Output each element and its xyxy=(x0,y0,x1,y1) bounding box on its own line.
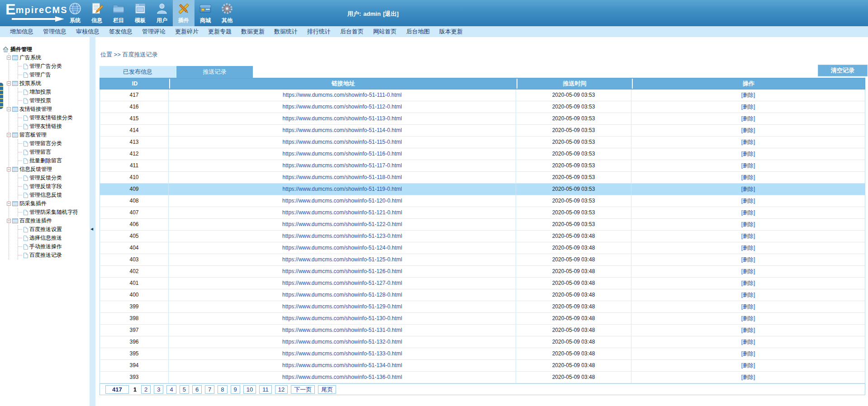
delete-link[interactable]: [删除] xyxy=(741,139,755,145)
top-nav-item-tools[interactable]: 插件 xyxy=(173,0,194,26)
tree-leaf-item[interactable]: 批量删除留言 xyxy=(18,156,90,165)
pagination-page-2[interactable]: 2 xyxy=(141,385,151,394)
record-url-link[interactable]: https://www.dumcms.com/showinfo-51-127-0… xyxy=(282,280,402,286)
top-nav-item-globe[interactable]: 系统 xyxy=(64,0,86,26)
delete-link[interactable]: [删除] xyxy=(741,339,755,345)
top-nav-item-card[interactable]: 商城 xyxy=(194,0,216,26)
tree-leaf-item[interactable]: 管理友情链接分类 xyxy=(18,113,90,122)
record-url-link[interactable]: https://www.dumcms.com/showinfo-51-124-0… xyxy=(282,245,402,251)
tab-push-records[interactable]: 推送记录 xyxy=(176,66,253,78)
delete-link[interactable]: [删除] xyxy=(741,221,755,227)
collapse-expander-icon[interactable]: − xyxy=(7,56,11,60)
delete-link[interactable]: [删除] xyxy=(741,292,755,298)
delete-link[interactable]: [删除] xyxy=(741,162,755,169)
tree-group-6[interactable]: −防采集插件 xyxy=(7,199,90,208)
pagination-last-button[interactable]: 尾页 xyxy=(318,385,336,394)
subnav-link-3[interactable]: 审核信息 xyxy=(76,28,100,36)
delete-link[interactable]: [删除] xyxy=(741,256,755,263)
delete-link[interactable]: [删除] xyxy=(741,233,755,239)
tree-leaf-item[interactable]: 选择信息推送 xyxy=(18,234,90,242)
delete-link[interactable]: [删除] xyxy=(741,374,755,380)
tree-leaf-item[interactable]: 百度推送设置 xyxy=(18,225,90,234)
tree-leaf-item[interactable]: 管理广告分类 xyxy=(18,62,90,71)
tree-leaf-item[interactable]: 增加投票 xyxy=(18,88,90,96)
delete-link[interactable]: [删除] xyxy=(741,186,755,192)
subnav-link-1[interactable]: 增加信息 xyxy=(10,28,33,36)
delete-link[interactable]: [删除] xyxy=(741,127,755,133)
delete-link[interactable]: [删除] xyxy=(741,315,755,321)
tree-leaf-item[interactable]: 管理信息反馈 xyxy=(18,191,90,199)
top-nav-item-folder[interactable]: 栏目 xyxy=(108,0,129,26)
record-url-link[interactable]: https://www.dumcms.com/showinfo-51-125-0… xyxy=(282,256,402,263)
top-nav-item-user[interactable]: 用户 xyxy=(151,0,173,26)
record-url-link[interactable]: https://www.dumcms.com/showinfo-51-113-0… xyxy=(283,115,402,122)
tree-group-1[interactable]: −广告系统 xyxy=(7,53,90,62)
tree-leaf-item[interactable]: 管理反馈分类 xyxy=(18,174,90,182)
clear-records-button[interactable]: 清空记录 xyxy=(818,65,868,76)
tree-leaf-item[interactable]: 管理反馈字段 xyxy=(18,182,90,191)
delete-link[interactable]: [删除] xyxy=(741,268,755,274)
record-url-link[interactable]: https://www.dumcms.com/showinfo-51-132-0… xyxy=(282,339,402,345)
record-url-link[interactable]: https://www.dumcms.com/showinfo-51-120-0… xyxy=(282,198,402,204)
subnav-link-8[interactable]: 数据更新 xyxy=(241,28,265,36)
tree-leaf-item[interactable]: 管理友情链接 xyxy=(18,122,90,131)
top-nav-item-window[interactable]: 模板 xyxy=(129,0,151,26)
pagination-page-11[interactable]: 11 xyxy=(259,385,272,394)
delete-link[interactable]: [删除] xyxy=(741,92,755,98)
record-url-link[interactable]: https://www.dumcms.com/showinfo-51-114-0… xyxy=(283,127,402,133)
subnav-link-4[interactable]: 签发信息 xyxy=(109,28,133,36)
pagination-page-6[interactable]: 6 xyxy=(192,385,202,394)
delete-link[interactable]: [删除] xyxy=(741,350,755,357)
record-url-link[interactable]: https://www.dumcms.com/showinfo-51-129-0… xyxy=(282,303,402,310)
tree-leaf-item[interactable]: 手动推送操作 xyxy=(18,242,90,251)
record-url-link[interactable]: https://www.dumcms.com/showinfo-51-122-0… xyxy=(282,221,402,227)
delete-link[interactable]: [删除] xyxy=(741,198,755,204)
record-url-link[interactable]: https://www.dumcms.com/showinfo-51-115-0… xyxy=(283,139,402,145)
tree-group-2[interactable]: −投票系统 xyxy=(7,79,90,88)
tree-group-5[interactable]: −信息反馈管理 xyxy=(7,165,90,174)
record-url-link[interactable]: https://www.dumcms.com/showinfo-51-111-0… xyxy=(283,92,402,98)
record-url-link[interactable]: https://www.dumcms.com/showinfo-51-121-0… xyxy=(282,209,402,216)
record-url-link[interactable]: https://www.dumcms.com/showinfo-51-134-0… xyxy=(282,362,402,368)
logout-link[interactable]: [退出] xyxy=(383,10,399,17)
pagination-page-9[interactable]: 9 xyxy=(231,385,240,394)
delete-link[interactable]: [删除] xyxy=(741,104,755,110)
subnav-link-11[interactable]: 后台首页 xyxy=(340,28,364,36)
pagination-next-button[interactable]: 下一页 xyxy=(291,385,315,394)
subnav-link-7[interactable]: 更新专题 xyxy=(208,28,232,36)
record-url-link[interactable]: https://www.dumcms.com/showinfo-51-118-0… xyxy=(283,174,402,180)
record-url-link[interactable]: https://www.dumcms.com/showinfo-51-119-0… xyxy=(283,186,402,192)
tree-group-7[interactable]: −百度推送插件 xyxy=(7,217,90,225)
collapse-expander-icon[interactable]: − xyxy=(7,167,11,171)
tree-group-4[interactable]: −留言板管理 xyxy=(7,131,90,139)
tree-group-3[interactable]: −友情链接管理 xyxy=(7,105,90,113)
pagination-page-8[interactable]: 8 xyxy=(218,385,227,394)
delete-link[interactable]: [删除] xyxy=(741,209,755,216)
subnav-link-13[interactable]: 后台地图 xyxy=(406,28,430,36)
top-nav-item-doc-pencil[interactable]: 信息 xyxy=(86,0,108,26)
pagination-page-10[interactable]: 10 xyxy=(243,385,256,394)
subnav-link-12[interactable]: 网站首页 xyxy=(373,28,397,36)
top-nav-item-gear[interactable]: 其他 xyxy=(216,0,238,26)
record-url-link[interactable]: https://www.dumcms.com/showinfo-51-131-0… xyxy=(282,327,402,333)
record-url-link[interactable]: https://www.dumcms.com/showinfo-51-116-0… xyxy=(283,151,402,157)
delete-link[interactable]: [删除] xyxy=(741,303,755,310)
collapse-expander-icon[interactable]: − xyxy=(7,81,11,85)
subnav-link-14[interactable]: 版本更新 xyxy=(439,28,463,36)
record-url-link[interactable]: https://www.dumcms.com/showinfo-51-123-0… xyxy=(282,233,402,239)
subnav-link-2[interactable]: 管理信息 xyxy=(43,28,66,36)
pagination-page-12[interactable]: 12 xyxy=(275,385,288,394)
tree-leaf-item[interactable]: 管理广告 xyxy=(18,71,90,79)
tree-leaf-item[interactable]: 管理留言 xyxy=(18,148,90,156)
delete-link[interactable]: [删除] xyxy=(741,362,755,368)
sidebar-root-plugin-manage[interactable]: 插件管理 xyxy=(3,45,90,53)
record-url-link[interactable]: https://www.dumcms.com/showinfo-51-117-0… xyxy=(283,162,402,169)
pagination-page-7[interactable]: 7 xyxy=(205,385,214,394)
record-url-link[interactable]: https://www.dumcms.com/showinfo-51-130-0… xyxy=(282,315,402,321)
record-url-link[interactable]: https://www.dumcms.com/showinfo-51-126-0… xyxy=(282,268,402,274)
pagination-page-5[interactable]: 5 xyxy=(180,385,189,394)
collapse-expander-icon[interactable]: − xyxy=(7,202,11,206)
tree-leaf-item[interactable]: 百度推送记录 xyxy=(18,251,90,260)
tree-leaf-item[interactable]: 管理投票 xyxy=(18,96,90,105)
pagination-page-3[interactable]: 3 xyxy=(154,385,163,394)
